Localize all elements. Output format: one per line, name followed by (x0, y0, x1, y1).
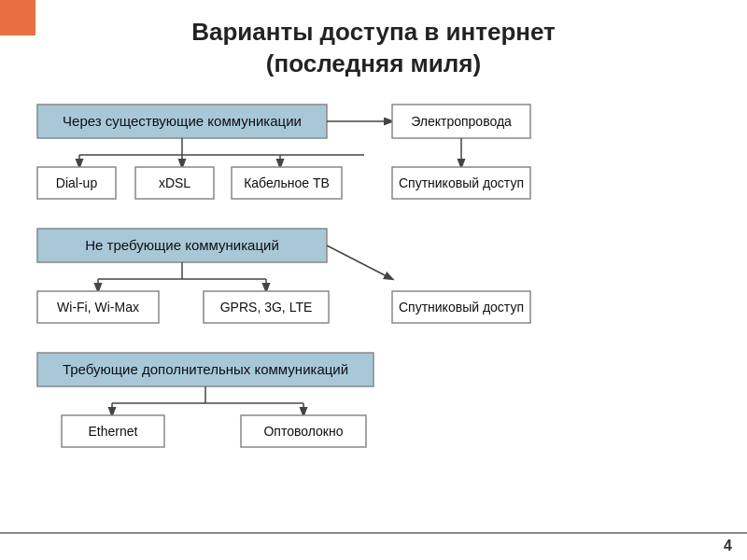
section1: Через существующие коммуникации Электроп… (28, 97, 719, 204)
section1-diagram: Через существующие коммуникации Электроп… (28, 97, 719, 204)
svg-text:Электропровода: Электропровода (411, 114, 512, 129)
svg-text:xDSL: xDSL (159, 175, 190, 190)
svg-text:GPRS, 3G, LTE: GPRS, 3G, LTE (220, 300, 313, 315)
svg-text:Через существующие коммуникаци: Через существующие коммуникации (63, 113, 302, 129)
svg-text:Кабельное ТВ: Кабельное ТВ (244, 175, 330, 190)
bottom-line (0, 532, 747, 534)
svg-text:Требующие дополнительных комму: Требующие дополнительных коммуникаций (63, 361, 348, 377)
orange-corner (0, 0, 35, 35)
page-number: 4 (724, 538, 732, 554)
svg-text:Спутниковый доступ: Спутниковый доступ (399, 300, 524, 315)
svg-text:Спутниковый доступ: Спутниковый доступ (399, 175, 524, 190)
svg-line-21 (327, 245, 392, 279)
section2: Не требующие коммуникаций Wi-Fi, Wi-Max … (28, 221, 719, 329)
section3: Требующие дополнительных коммуникаций Et… (28, 345, 719, 448)
svg-text:Оптоволокно: Оптоволокно (263, 424, 343, 439)
svg-text:Dial-up: Dial-up (56, 175, 98, 190)
svg-text:Wi-Fi, Wi-Max: Wi-Fi, Wi-Max (57, 300, 139, 315)
svg-text:Не требующие коммуникаций: Не требующие коммуникаций (85, 237, 279, 253)
section2-diagram: Не требующие коммуникаций Wi-Fi, Wi-Max … (28, 221, 719, 329)
section3-diagram: Требующие дополнительных коммуникаций Et… (28, 345, 719, 448)
page-title: Варианты доступа в интернет (последняя м… (0, 17, 747, 80)
svg-text:Ethernet: Ethernet (89, 424, 138, 439)
